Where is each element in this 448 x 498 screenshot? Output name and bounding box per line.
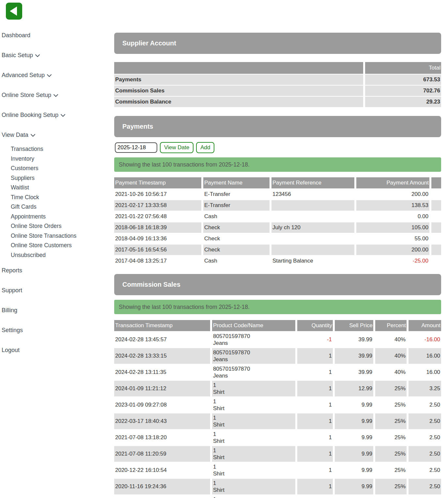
amount: 16.00 bbox=[409, 348, 441, 364]
percent: 25% bbox=[375, 495, 409, 498]
sidebar-item-label: Basic Setup bbox=[2, 52, 33, 58]
summary-value: 673.53 bbox=[365, 74, 441, 86]
summary-value: 29.23 bbox=[365, 97, 441, 108]
amount: 2.50 bbox=[409, 446, 441, 462]
supplier-account-banner: Supplier Account bbox=[114, 33, 441, 54]
payment-amount: 0.00 bbox=[356, 211, 431, 222]
view-date-button[interactable]: View Date bbox=[160, 142, 193, 153]
sidebar-item-unsubscribed[interactable]: Unsubscribed bbox=[11, 252, 114, 258]
payment-name: Cash bbox=[203, 211, 271, 222]
payment-amount: 138.53 bbox=[356, 200, 431, 211]
sidebar-item-billing[interactable]: Billing bbox=[2, 307, 114, 313]
sidebar-item-label: Reports bbox=[2, 267, 22, 274]
payment-reference bbox=[271, 245, 356, 256]
sidebar-item-settings[interactable]: Settings bbox=[2, 327, 114, 333]
sidebar-item-suppliers[interactable]: Suppliers bbox=[11, 175, 114, 181]
product-cell: 805701597870Jeans bbox=[212, 332, 297, 348]
payment-row: 2017-05-16 16:54:56 Check 200.00 bbox=[114, 245, 441, 256]
payment-actions bbox=[431, 200, 441, 211]
alert-text: Showing the last 100 transactions from 2… bbox=[119, 161, 250, 168]
payments-alert: Showing the last 100 transactions from 2… bbox=[114, 157, 441, 172]
sell-price: 9.99 bbox=[335, 462, 375, 479]
transaction-timestamp: 2020-12-22 16:10:54 bbox=[114, 462, 212, 479]
chevron-down-icon bbox=[47, 74, 52, 77]
col-payment-name: Payment Name bbox=[203, 177, 271, 189]
commission-row: 2023-01-09 09:27:08 1Shirt 1 9.99 25% 2.… bbox=[114, 397, 441, 413]
sidebar-item-reports[interactable]: Reports bbox=[2, 267, 114, 274]
add-button[interactable]: Add bbox=[196, 142, 214, 153]
sidebar-item-advanced-setup[interactable]: Advanced Setup bbox=[2, 72, 114, 78]
amount: -16.00 bbox=[409, 332, 441, 348]
sidebar-item-basic-setup[interactable]: Basic Setup bbox=[2, 52, 114, 58]
main-content: Supplier Account Total Payments 673.53 C… bbox=[114, 0, 441, 498]
sidebar-item-label: Advanced Setup bbox=[2, 72, 45, 78]
sidebar-item-label: Online Store Setup bbox=[2, 92, 51, 98]
sidebar-item-online-booking-setup[interactable]: Online Booking Setup bbox=[2, 112, 114, 118]
sidebar-item-support[interactable]: Support bbox=[2, 287, 114, 294]
summary-value: 702.76 bbox=[365, 86, 441, 97]
product-cell: 1Shirt bbox=[212, 462, 297, 479]
sell-price: 9.99 bbox=[335, 430, 375, 446]
amount: 2.50 bbox=[409, 479, 441, 495]
app-logo[interactable] bbox=[6, 3, 22, 20]
commission-row: 2020-11-16 19:24:36 1Shirt 1 9.99 25% 2.… bbox=[114, 479, 441, 495]
amount: 2.50 bbox=[409, 462, 441, 479]
percent: 25% bbox=[375, 446, 409, 462]
sidebar-item-inventory[interactable]: Inventory bbox=[11, 155, 114, 162]
sidebar-item-appointments[interactable]: Appointments bbox=[11, 213, 114, 220]
payment-row: 2017-04-08 13:25:17 Cash Starting Balanc… bbox=[114, 256, 441, 267]
product-cell: 1Shirt bbox=[212, 430, 297, 446]
commission-row: 2020-03-28 15:07:50 1Shirt 1 9.99 25% 2.… bbox=[114, 495, 441, 498]
sidebar-item-label: View Data bbox=[2, 132, 28, 138]
product-name: Shirt bbox=[213, 421, 295, 428]
left-triangle-icon bbox=[10, 7, 17, 16]
product-cell: 1Shirt bbox=[212, 413, 297, 430]
sidebar-item-label: Settings bbox=[2, 327, 23, 333]
product-name: Shirt bbox=[213, 470, 295, 477]
product-code: 1 bbox=[213, 480, 295, 487]
transaction-timestamp: 2024-02-28 13:11:35 bbox=[114, 364, 212, 381]
sidebar-item-customers[interactable]: Customers bbox=[11, 165, 114, 171]
sidebar-item-logout[interactable]: Logout bbox=[2, 347, 114, 353]
product-cell: 805701597870Jeans bbox=[212, 364, 297, 381]
sidebar-item-label: Billing bbox=[2, 307, 17, 313]
sell-price: 9.99 bbox=[335, 479, 375, 495]
col-payment-timestamp: Payment Timestamp bbox=[114, 177, 203, 189]
product-code: 805701597870 bbox=[213, 365, 295, 372]
sidebar-item-dashboard[interactable]: Dashboard bbox=[2, 32, 114, 39]
product-code: 1 bbox=[213, 447, 295, 454]
page: Dashboard Basic Setup Advanced Setup Onl… bbox=[0, 0, 448, 498]
summary-row: Payments 673.53 bbox=[114, 74, 441, 86]
col-transaction-timestamp: Transaction Timestamp bbox=[114, 320, 212, 332]
sidebar-item-transactions[interactable]: Transactions bbox=[11, 146, 114, 152]
sidebar-item-time-clock[interactable]: Time Clock bbox=[11, 194, 114, 201]
product-name: Shirt bbox=[213, 454, 295, 461]
sidebar-item-view-data[interactable]: View Data bbox=[2, 132, 114, 138]
payment-actions bbox=[431, 222, 441, 233]
quantity: 1 bbox=[297, 348, 335, 364]
sidebar-item-gift-cards[interactable]: Gift Cards bbox=[11, 203, 114, 210]
transaction-timestamp: 2022-03-17 18:40:43 bbox=[114, 413, 212, 430]
payment-amount: -25.00 bbox=[356, 256, 431, 267]
product-name: Shirt bbox=[213, 438, 295, 444]
payment-actions bbox=[431, 189, 441, 200]
payment-timestamp: 2021-02-17 13:33:58 bbox=[114, 200, 203, 211]
sidebar-item-waitlist[interactable]: Waitlist bbox=[11, 184, 114, 191]
amount: 2.50 bbox=[409, 397, 441, 413]
summary-row: Commission Sales 702.76 bbox=[114, 86, 441, 97]
chevron-down-icon bbox=[31, 134, 35, 137]
sidebar-item-online-store-transactions[interactable]: Online Store Transactions bbox=[11, 233, 114, 239]
sell-price: 9.99 bbox=[335, 413, 375, 430]
sidebar-item-online-store-orders[interactable]: Online Store Orders bbox=[11, 223, 114, 229]
sidebar-item-online-store-customers[interactable]: Online Store Customers bbox=[11, 242, 114, 249]
commission-row: 2020-12-22 16:10:54 1Shirt 1 9.99 25% 2.… bbox=[114, 462, 441, 479]
payments-controls: View Date Add bbox=[115, 142, 441, 153]
sidebar-item-online-store-setup[interactable]: Online Store Setup bbox=[2, 92, 114, 98]
transaction-timestamp: 2024-02-28 13:45:57 bbox=[114, 332, 212, 348]
product-code: 1 bbox=[213, 414, 295, 421]
payment-name: E-Transfer bbox=[203, 200, 271, 211]
date-input[interactable] bbox=[115, 142, 157, 153]
payment-name: Cash bbox=[203, 256, 271, 267]
summary-total-header: Total bbox=[365, 62, 441, 74]
payment-name: E-Transfer bbox=[203, 189, 271, 200]
